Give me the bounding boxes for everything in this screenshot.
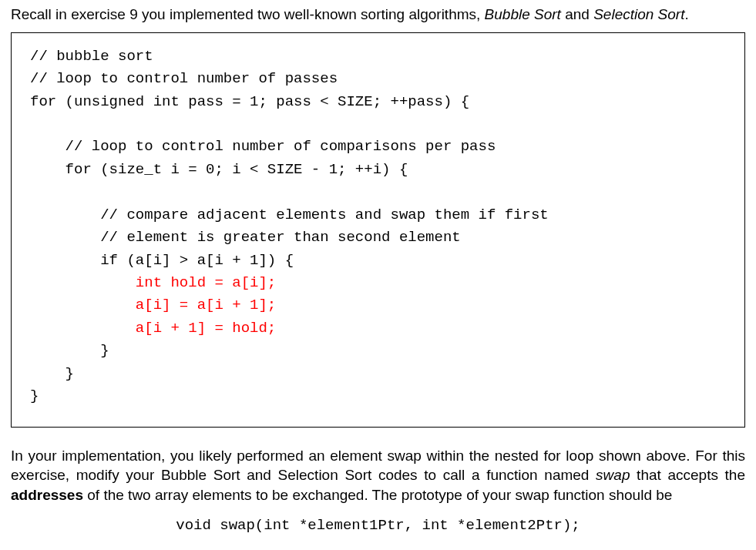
- code-block: // bubble sort // loop to control number…: [30, 45, 726, 408]
- code-line: // bubble sort: [30, 48, 153, 65]
- swap-line: a[i] = a[i + 1];: [136, 297, 276, 314]
- algorithm-2: Selection Sort: [593, 6, 684, 22]
- intro-mid: and: [561, 6, 593, 22]
- intro-suffix: .: [684, 6, 688, 22]
- algorithm-1: Bubble Sort: [485, 6, 561, 22]
- swap-name: swap: [596, 467, 630, 483]
- code-line: // element is greater than second elemen…: [30, 229, 461, 246]
- code-line: for (unsigned int pass = 1; pass < SIZE;…: [30, 93, 469, 110]
- para-text-3: of the two array elements to be exchange…: [83, 487, 672, 503]
- code-line: for (size_t i = 0; i < SIZE - 1; ++i) {: [30, 161, 408, 178]
- swap-line: a[i + 1] = hold;: [136, 320, 276, 337]
- code-line: // loop to control number of passes: [30, 70, 338, 87]
- intro-paragraph: Recall in exercise 9 you implemented two…: [11, 5, 745, 25]
- code-box: // bubble sort // loop to control number…: [11, 32, 745, 428]
- code-indent: [30, 320, 136, 337]
- code-line: }: [30, 342, 109, 359]
- para-text-2: that accepts the: [630, 467, 745, 483]
- code-line: if (a[i] > a[i + 1]) {: [30, 252, 294, 269]
- addresses-bold: addresses: [11, 487, 83, 503]
- code-line: }: [30, 365, 74, 382]
- code-indent: [30, 274, 136, 291]
- code-indent: [30, 297, 136, 314]
- code-line: // loop to control number of comparisons…: [30, 138, 496, 155]
- code-line: // compare adjacent elements and swap th…: [30, 206, 549, 223]
- intro-prefix: Recall in exercise 9 you implemented two…: [11, 6, 485, 22]
- prototype-line: void swap(int *element1Ptr, int *element…: [11, 516, 745, 536]
- instruction-paragraph: In your implementation, you likely perfo…: [11, 446, 745, 505]
- swap-line: int hold = a[i];: [136, 274, 276, 291]
- code-line: }: [30, 387, 39, 404]
